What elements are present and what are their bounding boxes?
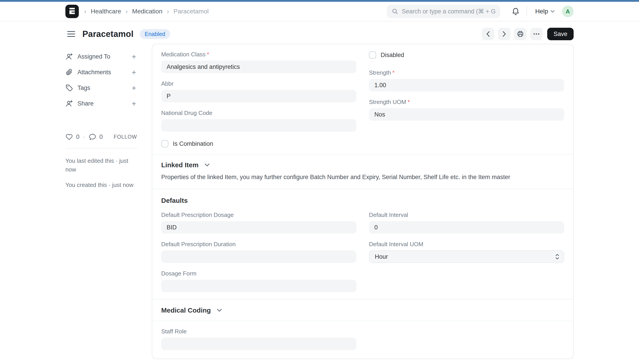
national-drug-code-input[interactable] xyxy=(161,119,356,132)
linked-item-heading[interactable]: Linked Item xyxy=(161,161,198,169)
default-interval-label: Default Interval xyxy=(369,212,564,218)
help-label: Help xyxy=(535,8,548,15)
sidebar-item-share[interactable]: Share + xyxy=(65,100,137,107)
default-interval-uom-field: Default Interval UOM Hour xyxy=(369,241,564,263)
help-menu-button[interactable]: Help xyxy=(533,7,557,16)
global-search[interactable] xyxy=(387,5,500,18)
breadcrumb-medication[interactable]: Medication xyxy=(132,8,162,15)
strength-input[interactable] xyxy=(369,79,564,92)
form-sidebar: Assigned To + Attachments + Tags + Share… xyxy=(65,44,137,196)
medication-class-input[interactable] xyxy=(161,60,356,73)
chevron-left-icon xyxy=(486,31,490,37)
more-options-button[interactable] xyxy=(530,28,543,40)
app-logo[interactable] xyxy=(65,5,79,18)
abbr-label: Abbr xyxy=(161,80,356,87)
printer-icon xyxy=(517,31,524,37)
disabled-checkbox-row: Disabled xyxy=(369,52,564,58)
ellipsis-icon xyxy=(533,33,540,35)
form-card: Medication Class* Abbr National Drug Cod… xyxy=(152,44,574,359)
section-medical-coding: Medical Coding xyxy=(152,299,573,321)
share-button[interactable]: + xyxy=(131,100,137,107)
disabled-label: Disabled xyxy=(381,52,404,58)
default-prescription-duration-field: Default Prescription Duration xyxy=(161,241,356,263)
count-separator: · xyxy=(83,134,85,140)
heart-icon[interactable] xyxy=(65,133,73,140)
default-interval-uom-label: Default Interval UOM xyxy=(369,241,564,248)
section-defaults: Defaults Default Prescription Dosage Def… xyxy=(152,189,573,299)
required-marker: * xyxy=(392,69,394,76)
like-count[interactable]: 0 xyxy=(76,134,80,140)
add-tag-button[interactable]: + xyxy=(131,84,137,92)
page-header: Paracetamol Enabled Save xyxy=(0,22,639,40)
add-assignment-button[interactable]: + xyxy=(131,53,137,60)
breadcrumb-current: Paracetamol xyxy=(173,8,209,15)
is-combination-label: Is Combination xyxy=(173,140,213,147)
staff-role-field: Staff Role xyxy=(161,328,356,350)
strength-field: Strength* xyxy=(369,69,564,92)
dosage-form-label: Dosage Form xyxy=(161,270,356,277)
medication-class-label: Medication Class* xyxy=(161,51,356,58)
default-prescription-dosage-input[interactable] xyxy=(161,221,356,234)
national-drug-code-field: National Drug Code xyxy=(161,110,356,132)
sidebar-divider xyxy=(65,148,137,148)
staff-role-label: Staff Role xyxy=(161,328,356,335)
chevron-down-icon xyxy=(550,10,555,13)
breadcrumb: › Healthcare › Medication › Paracetamol xyxy=(84,8,209,15)
linked-item-collapse-button[interactable] xyxy=(203,162,211,168)
search-icon xyxy=(392,8,398,14)
chevron-right-icon xyxy=(502,31,506,37)
status-badge: Enabled xyxy=(140,29,170,39)
search-input[interactable] xyxy=(402,8,495,15)
abbr-input[interactable] xyxy=(161,90,356,102)
sidebar-item-tags[interactable]: Tags + xyxy=(65,84,137,92)
share-user-icon xyxy=(65,100,73,107)
chevron-down-icon xyxy=(217,308,222,312)
defaults-heading: Defaults xyxy=(161,197,564,204)
linked-item-description: Properties of the linked Item, you may f… xyxy=(161,174,564,181)
staff-role-input[interactable] xyxy=(161,338,356,350)
follow-button[interactable]: FOLLOW xyxy=(114,134,137,140)
add-attachment-button[interactable]: + xyxy=(131,68,137,76)
save-button[interactable]: Save xyxy=(547,28,574,40)
breadcrumb-healthcare[interactable]: Healthcare xyxy=(91,8,121,15)
section-staff-role: Staff Role xyxy=(152,321,573,359)
strength-uom-input[interactable] xyxy=(369,108,564,121)
abbr-field: Abbr xyxy=(161,80,356,102)
assign-user-plus-icon xyxy=(65,53,73,60)
notifications-bell-button[interactable] xyxy=(510,6,521,17)
user-avatar[interactable]: A xyxy=(562,6,574,17)
navbar-divider xyxy=(527,6,527,16)
medical-coding-collapse-button[interactable] xyxy=(216,308,223,313)
dosage-form-input[interactable] xyxy=(161,280,356,292)
form-main: Medication Class* Abbr National Drug Cod… xyxy=(152,44,574,364)
sidebar-toggle-button[interactable] xyxy=(65,29,77,39)
next-record-button[interactable] xyxy=(498,28,511,40)
previous-record-button[interactable] xyxy=(482,28,494,40)
select-arrows-icon xyxy=(555,254,559,260)
sidebar-item-assigned-to[interactable]: Assigned To + xyxy=(65,53,137,60)
page-title: Paracetamol xyxy=(82,29,133,39)
comment-count[interactable]: 0 xyxy=(99,134,103,140)
is-combination-checkbox[interactable] xyxy=(161,140,168,147)
medical-coding-heading[interactable]: Medical Coding xyxy=(161,306,211,314)
required-marker: * xyxy=(207,51,209,58)
default-prescription-duration-input[interactable] xyxy=(161,250,356,263)
sidebar-item-label: Assigned To xyxy=(78,53,126,60)
disabled-checkbox[interactable] xyxy=(369,52,376,58)
page-content: Assigned To + Attachments + Tags + Share… xyxy=(0,40,639,364)
medication-class-field: Medication Class* xyxy=(161,51,356,73)
sidebar-item-label: Share xyxy=(78,100,126,107)
last-edited-text: You last edited this · just now xyxy=(65,156,137,174)
print-button[interactable] xyxy=(514,28,527,40)
document-social-row: 0 · 0 FOLLOW xyxy=(65,133,137,140)
comment-bubble-icon[interactable] xyxy=(89,133,96,140)
paperclip-icon xyxy=(65,68,73,76)
default-interval-uom-select[interactable]: Hour xyxy=(369,250,564,263)
sidebar-item-label: Tags xyxy=(78,84,126,92)
required-marker: * xyxy=(407,98,410,105)
sidebar-item-attachments[interactable]: Attachments + xyxy=(65,68,137,76)
default-interval-input[interactable] xyxy=(369,221,564,234)
avatar-initial: A xyxy=(566,8,570,15)
default-prescription-duration-label: Default Prescription Duration xyxy=(161,241,356,248)
default-interval-uom-value: Hour xyxy=(375,253,388,260)
